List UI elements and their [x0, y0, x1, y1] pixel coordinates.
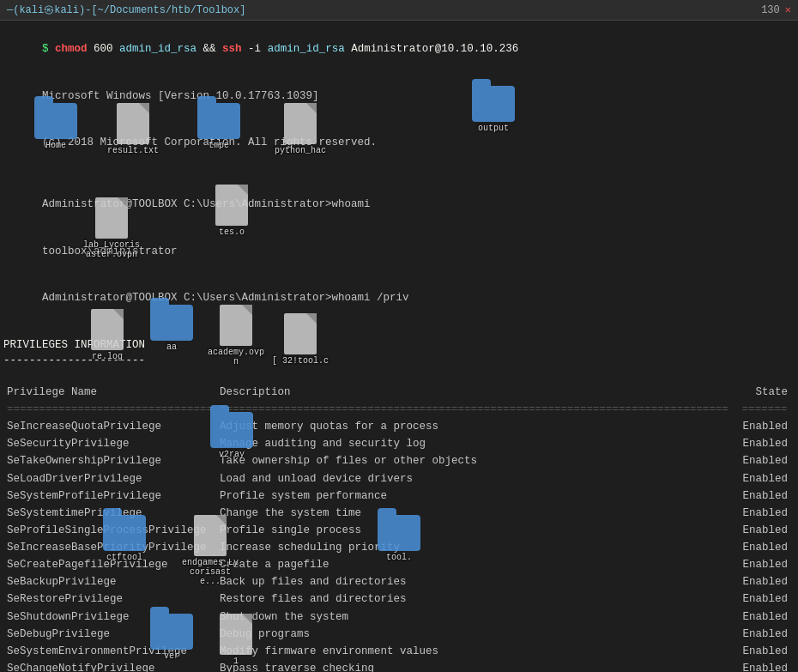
col-description: Description: [216, 384, 739, 401]
prompt-symbol: $: [42, 43, 55, 55]
whoami-output: toolbox\administrator: [3, 228, 795, 275]
table-row: SeShutdownPrivilege Shut down the system…: [3, 608, 795, 626]
table-row: SeRestorePrivilege Restore files and dir…: [3, 590, 795, 608]
terminal-content: $ chmod 600 admin_id_rsa && ssh -i admin…: [0, 21, 798, 672]
blank-line-2: [3, 321, 795, 336]
priv-state-cell: Enabled: [739, 418, 795, 435]
prompt-whoami-priv: Administrator@TOOLBOX C:\Users\Administr…: [3, 275, 795, 321]
priv-name-cell: SeShutdownPrivilege: [3, 608, 216, 626]
priv-name-cell: SeBackupPrivilege: [3, 573, 216, 590]
priv-name-cell: SeCreatePagefilePrivilege: [3, 556, 216, 573]
line-count-label: 130: [761, 4, 780, 16]
priv-name-cell: SeDebugPrivilege: [3, 626, 216, 643]
priv-name-cell: SeChangeNotifyPrivilege: [3, 660, 216, 672]
priv-desc-cell: Create a pagefile: [216, 556, 739, 573]
priv-desc-cell: Profile single process: [216, 522, 739, 539]
priv-state-cell: Enabled: [739, 660, 795, 672]
priv-state-cell: Enabled: [739, 505, 795, 522]
col-state: State: [739, 384, 795, 401]
priv-desc-cell: Bypass traverse checking: [216, 660, 739, 672]
priv-name-cell: SeSystemtimePrivilege: [3, 505, 216, 522]
priv-state-cell: Enabled: [739, 590, 795, 608]
table-header-row: Privilege Name Description State: [3, 384, 795, 401]
terminal-title: ─(kali㉿kali)-[~/Documents/htb/Toolbox]: [7, 3, 245, 17]
priv-desc-cell: Manage auditing and security log: [216, 435, 739, 452]
priv-state-cell: Enabled: [739, 556, 795, 573]
win-version: Microsoft Windows [Version 10.0.17763.10…: [3, 72, 795, 118]
sep-desc: ========================================…: [216, 401, 739, 418]
priv-desc-cell: Change the system time: [216, 505, 739, 522]
privileges-body: SeIncreaseQuotaPrivilege Adjust memory q…: [3, 418, 795, 672]
priv-desc-cell: Shut down the system: [216, 608, 739, 626]
table-row: SeChangeNotifyPrivilege Bypass traverse …: [3, 660, 795, 672]
priv-desc-cell: Increase scheduling priority: [216, 539, 739, 556]
win-copyright: (c) 2018 Microsoft Corporation. All righ…: [3, 119, 795, 166]
chmod-cmd: chmod: [55, 43, 88, 55]
ssh-target: Administrator@10.10.10.236: [345, 43, 519, 55]
close-button[interactable]: ✕: [785, 3, 791, 16]
cmd-args1: 600: [88, 43, 120, 55]
table-row: SeDebugPrivilege Debug programs Enabled: [3, 626, 795, 643]
priv-name-cell: SeSystemProfilePrivilege: [3, 487, 216, 505]
priv-desc-cell: Modify firmware environment values: [216, 643, 739, 660]
privileges-table: Privilege Name Description State =======…: [3, 384, 795, 672]
ssh-cmd: ssh: [222, 43, 242, 55]
priv-desc-cell: Load and unload device drivers: [216, 470, 739, 487]
table-row: SeIncreaseQuotaPrivilege Adjust memory q…: [3, 418, 795, 435]
blank-line-3: [3, 368, 795, 384]
title-bar-right: 130 ✕: [761, 3, 791, 16]
priv-name-cell: SeIncreaseQuotaPrivilege: [3, 418, 216, 435]
table-row: SeTakeOwnershipPrivilege Take ownership …: [3, 452, 795, 469]
table-row: SeIncreaseBasePriorityPrivilege Increase…: [3, 539, 795, 556]
command-line: $ chmod 600 admin_id_rsa && ssh -i admin…: [3, 26, 795, 72]
priv-name-cell: SeRestorePrivilege: [3, 590, 216, 608]
priv-header: PRIVILEGES INFORMATION: [3, 337, 795, 353]
table-row: SeSystemEnvironmentPrivilege Modify firm…: [3, 643, 795, 660]
priv-separator: ----------------------: [3, 353, 795, 368]
title-bar: ─(kali㉿kali)-[~/Documents/htb/Toolbox] 1…: [0, 0, 798, 21]
priv-name-cell: SeLoadDriverPrivilege: [3, 470, 216, 487]
priv-desc-cell: Adjust memory quotas for a process: [216, 418, 739, 435]
col-priv-name: Privilege Name: [3, 384, 216, 401]
priv-desc-cell: Restore files and directories: [216, 590, 739, 608]
priv-state-cell: Enabled: [739, 539, 795, 556]
priv-name-cell: SeProfileSingleProcessPrivilege: [3, 522, 216, 539]
ssh-flag: -i: [242, 43, 268, 55]
table-row: SeSystemtimePrivilege Change the system …: [3, 505, 795, 522]
table-row: SeCreatePagefilePrivilege Create a pagef…: [3, 556, 795, 573]
priv-state-cell: Enabled: [739, 435, 795, 452]
terminal-window: ─(kali㉿kali)-[~/Documents/htb/Toolbox] 1…: [0, 0, 798, 672]
prompt-whoami: Administrator@TOOLBOX C:\Users\Administr…: [3, 181, 795, 227]
key-file2: admin_id_rsa: [268, 43, 345, 55]
key-file1: admin_id_rsa: [119, 43, 196, 55]
priv-name-cell: SeSecurityPrivilege: [3, 435, 216, 452]
priv-desc-cell: Back up files and directories: [216, 573, 739, 590]
sep-state: =======: [739, 401, 795, 418]
priv-state-cell: Enabled: [739, 643, 795, 660]
cmd-sep: &&: [196, 43, 222, 55]
priv-desc-cell: Debug programs: [216, 626, 739, 643]
sep-name: ================================: [3, 401, 216, 418]
table-row: SeBackupPrivilege Back up files and dire…: [3, 573, 795, 590]
table-row: SeProfileSingleProcessPrivilege Profile …: [3, 522, 795, 539]
priv-name-cell: SeIncreaseBasePriorityPrivilege: [3, 539, 216, 556]
priv-state-cell: Enabled: [739, 608, 795, 626]
priv-state-cell: Enabled: [739, 626, 795, 643]
priv-state-cell: Enabled: [739, 487, 795, 505]
priv-state-cell: Enabled: [739, 470, 795, 487]
priv-desc-cell: Profile system performance: [216, 487, 739, 505]
priv-state-cell: Enabled: [739, 573, 795, 590]
priv-state-cell: Enabled: [739, 452, 795, 469]
priv-desc-cell: Take ownership of files or other objects: [216, 452, 739, 469]
table-row: SeLoadDriverPrivilege Load and unload de…: [3, 470, 795, 487]
priv-state-cell: Enabled: [739, 522, 795, 539]
table-row: SeSystemProfilePrivilege Profile system …: [3, 487, 795, 505]
table-sep-row: ================================ =======…: [3, 401, 795, 418]
blank-line-1: [3, 166, 795, 181]
priv-name-cell: SeSystemEnvironmentPrivilege: [3, 643, 216, 660]
table-row: SeSecurityPrivilege Manage auditing and …: [3, 435, 795, 452]
priv-name-cell: SeTakeOwnershipPrivilege: [3, 452, 216, 469]
